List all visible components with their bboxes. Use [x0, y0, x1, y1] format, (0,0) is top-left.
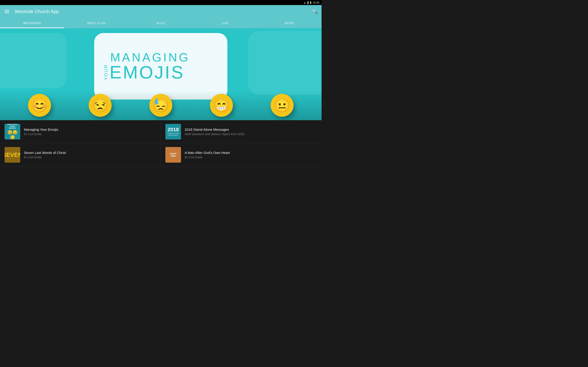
content-info: A Man After God's Own Heart Dr Curt Dodd — [185, 151, 317, 159]
navigation-tabs: MESSAGES BIBLE PLAN BLOG LIVE MORE — [0, 18, 321, 28]
hero-title-managing: MANAGING — [110, 51, 190, 63]
status-time: 10:26 — [313, 1, 319, 4]
emoji-blush: 😊 — [28, 94, 51, 117]
app-bar: Westside Church App 🔍 — [0, 5, 321, 18]
thumbnail-emojis: MANAGINGYOUREMOJIS 😊😒😓 — [5, 124, 20, 140]
content-subtitle: Dr Curt Dodd — [24, 156, 156, 159]
content-subtitle: Dr Curt Dodd — [24, 132, 156, 136]
search-button[interactable]: 🔍 — [312, 8, 318, 15]
content-title: A Man After God's Own Heart — [185, 151, 317, 155]
hero-title-emojis: EMOJIS — [110, 63, 184, 81]
emoji-sweat: 😓 — [149, 94, 172, 117]
content-info: Managing Your Emojis Dr Curt Dodd — [24, 127, 156, 136]
content-title: 2018 Stand-Alone Messages — [185, 127, 317, 131]
hero-section: MANAGING YOUR EMOJIS 😊 😒 😓 😁 😐 — [0, 28, 321, 120]
list-item[interactable]: GOD'SOWN A Man After God's Own Heart Dr … — [161, 143, 321, 167]
content-info: 2018 Stand-Alone Messages Staff Speakers… — [185, 127, 317, 136]
wifi-icon: ▲ — [303, 1, 306, 4]
tab-more[interactable]: MORE — [257, 18, 321, 28]
status-icons: ▲ ▐ 🔋 10:26 — [303, 1, 319, 4]
bg-bubble-left — [0, 33, 67, 88]
status-bar: ▲ ▐ 🔋 10:26 — [0, 0, 321, 5]
hero-speech-bubble: MANAGING YOUR EMOJIS — [94, 33, 227, 100]
signal-icon: ▐ — [307, 1, 308, 4]
content-subtitle: Dr Curt Dodd — [185, 156, 317, 159]
list-item[interactable]: 2018 STAND-ALONEMESSAGES 2018 Stand-Alon… — [161, 120, 321, 143]
emoji-neutral: 😐 — [271, 94, 294, 117]
tab-blog[interactable]: BLOG — [129, 18, 193, 28]
battery-icon: 🔋 — [309, 1, 312, 4]
bg-bubble-right — [248, 31, 321, 95]
app-title: Westside Church App — [15, 9, 312, 14]
hero-title-row2: YOUR EMOJIS — [103, 63, 184, 81]
tab-bible-plan[interactable]: BIBLE PLAN — [64, 18, 129, 28]
emoji-row: 😊 😒 😓 😁 😐 — [0, 90, 321, 120]
content-title: Managing Your Emojis — [24, 127, 156, 131]
content-subtitle: Staff Speakers and Various Topics from 2… — [185, 132, 317, 136]
emoji-grin: 😁 — [210, 94, 233, 117]
content-title: Seven Last Words of Christ — [24, 151, 156, 155]
list-item[interactable]: MANAGINGYOUREMOJIS 😊😒😓 Managing Your Emo… — [0, 120, 161, 143]
hero-title-your: YOUR — [103, 64, 109, 80]
thumbnail-seven: SEVEN — [5, 147, 20, 163]
thumbnail-godsown: GOD'SOWN — [165, 147, 181, 163]
tab-live[interactable]: LIVE — [193, 18, 257, 28]
emoji-unamused: 😒 — [89, 94, 112, 117]
content-info: Seven Last Words of Christ Dr Curt Dodd — [24, 151, 156, 159]
tab-messages[interactable]: MESSAGES — [0, 18, 64, 28]
content-list: MANAGINGYOUREMOJIS 😊😒😓 Managing Your Emo… — [0, 120, 321, 167]
hamburger-menu-button[interactable] — [4, 9, 10, 14]
list-item[interactable]: SEVEN Seven Last Words of Christ Dr Curt… — [0, 143, 161, 167]
thumbnail-2018: 2018 STAND-ALONEMESSAGES — [165, 124, 181, 140]
